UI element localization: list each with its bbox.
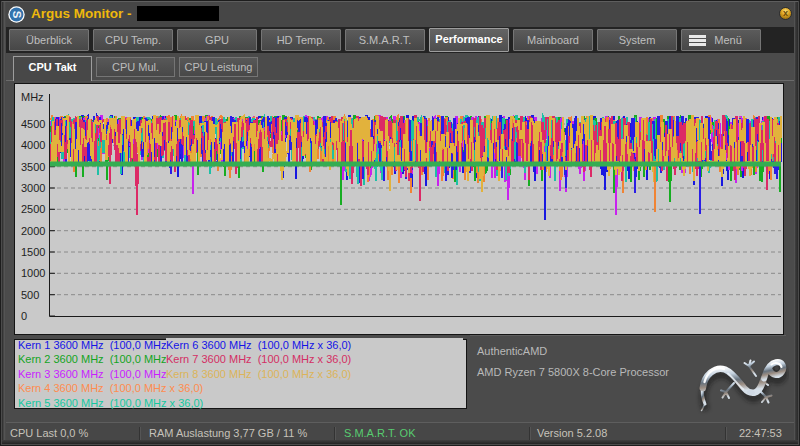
svg-text:MHz: MHz bbox=[21, 91, 44, 103]
svg-text:3000: 3000 bbox=[21, 182, 45, 194]
svg-text:500: 500 bbox=[21, 289, 39, 301]
svg-text:0: 0 bbox=[21, 310, 27, 322]
svg-text:S: S bbox=[11, 11, 23, 19]
svg-text:3500: 3500 bbox=[21, 161, 45, 173]
svg-text:4500: 4500 bbox=[21, 118, 45, 130]
svg-text:1500: 1500 bbox=[21, 246, 45, 258]
svg-text:1000: 1000 bbox=[21, 267, 45, 279]
svg-text:2000: 2000 bbox=[21, 225, 45, 237]
svg-text:4000: 4000 bbox=[21, 139, 45, 151]
svg-text:2500: 2500 bbox=[21, 203, 45, 215]
